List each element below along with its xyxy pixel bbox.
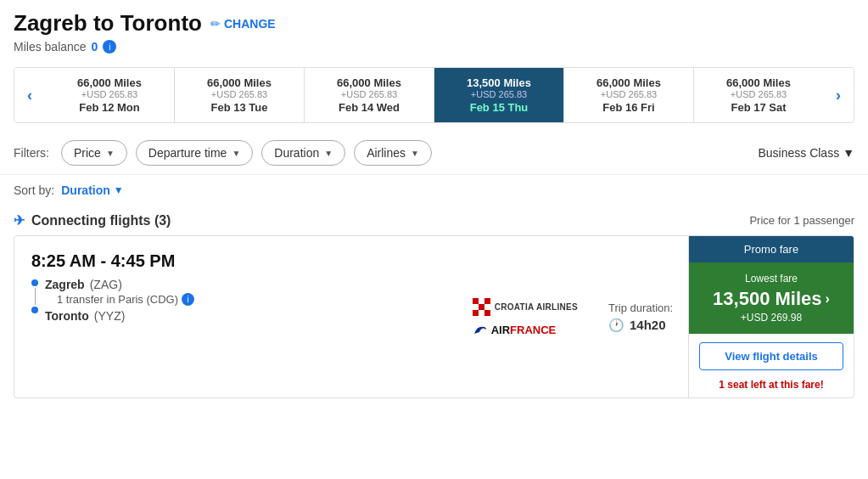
date-miles: 66,000 Miles xyxy=(311,76,427,89)
origin-point: Zagreb (ZAG) xyxy=(45,278,194,291)
date-item-feb17[interactable]: 66,000 Miles +USD 265.83 Feb 17 Sat xyxy=(693,68,823,122)
sort-arrow-icon: ▼ xyxy=(114,184,124,196)
pencil-icon: ✏ xyxy=(210,17,221,31)
date-miles: 13,500 Miles xyxy=(441,76,557,89)
date-usd: +USD 265.83 xyxy=(311,89,427,99)
destination-code: (YYZ) xyxy=(94,309,126,323)
departure-chevron-icon: ▼ xyxy=(232,149,240,158)
svg-rect-0 xyxy=(473,298,479,304)
plane-icon: ✈ xyxy=(14,212,25,228)
date-label: Feb 17 Sat xyxy=(701,101,816,114)
next-date-button[interactable]: › xyxy=(823,68,854,122)
airfrance-logo-icon xyxy=(473,324,488,335)
date-usd: +USD 265.83 xyxy=(182,89,297,99)
miles-amount: 13,500 Miles › xyxy=(703,288,840,310)
croatia-logo-icon xyxy=(473,298,491,317)
usd-value: +USD 269.98 xyxy=(703,312,840,324)
route-title: Zagreb to Toronto ✏ CHANGE xyxy=(14,10,276,37)
dates-container: 66,000 Miles +USD 265.83 Feb 12 Mon 66,0… xyxy=(45,68,823,122)
section-title: ✈ Connecting flights (3) xyxy=(14,212,171,228)
section-title-text: Connecting flights (3) xyxy=(31,213,171,228)
svg-rect-3 xyxy=(473,304,479,310)
trip-duration-label: Trip duration: xyxy=(608,301,675,314)
date-miles: 66,000 Miles xyxy=(701,76,816,89)
sort-value-label: Duration xyxy=(61,183,110,197)
view-flight-details-button[interactable]: View flight details xyxy=(699,342,843,370)
trip-duration-value: 🕐 14h20 xyxy=(608,318,675,333)
miles-value: 13,500 Miles xyxy=(713,288,821,310)
route-dots xyxy=(31,278,38,315)
lowest-fare-section[interactable]: Lowest fare 13,500 Miles › +USD 269.98 xyxy=(689,262,854,334)
class-selector[interactable]: Business Class ▼ xyxy=(758,146,854,160)
flight-times: 8:25 AM - 4:45 PM xyxy=(31,251,439,271)
date-miles: 66,000 Miles xyxy=(182,76,297,89)
date-item-feb15[interactable]: 13,500 Miles +USD 265.83 Feb 15 Thu xyxy=(434,68,563,122)
change-link[interactable]: CHANGE xyxy=(224,17,276,31)
prev-date-button[interactable]: ‹ xyxy=(14,68,45,122)
date-label: Feb 13 Tue xyxy=(182,101,297,114)
airlines-filter-button[interactable]: Airlines ▼ xyxy=(354,140,432,166)
svg-rect-5 xyxy=(484,304,490,310)
date-miles: 66,000 Miles xyxy=(52,76,167,89)
destination-point: Toronto (YYZ) xyxy=(45,309,194,323)
svg-rect-1 xyxy=(479,298,484,304)
svg-rect-2 xyxy=(484,298,490,304)
flight-card: 8:25 AM - 4:45 PM Zagreb (ZAG) 1 transfe… xyxy=(14,235,854,398)
sort-dropdown[interactable]: Duration ▼ xyxy=(61,183,123,197)
transfer-text: 1 transfer in Paris (CDG) xyxy=(57,293,178,306)
airlines-chevron-icon: ▼ xyxy=(411,149,419,158)
chevron-right-icon: › xyxy=(826,291,830,307)
origin-code: (ZAG) xyxy=(90,278,122,291)
trip-duration-section: Trip duration: 🕐 14h20 xyxy=(595,236,688,397)
airline-logos: CROATIA AIRLINES AIRFRANCE xyxy=(456,236,595,397)
miles-balance-value: 0 xyxy=(92,40,98,54)
price-note: Price for 1 passenger xyxy=(749,214,854,227)
price-chevron-icon: ▼ xyxy=(106,149,115,158)
sort-row: Sort by: Duration ▼ xyxy=(0,175,868,206)
filters-label: Filters: xyxy=(14,146,49,160)
price-filter-label: Price xyxy=(74,146,101,160)
date-label: Feb 12 Mon xyxy=(52,101,167,114)
info-icon[interactable]: i xyxy=(103,40,116,54)
origin-city: Zagreb xyxy=(45,278,85,291)
transfer-info: 1 transfer in Paris (CDG) i xyxy=(57,293,194,306)
route-text: Zagreb to Toronto xyxy=(14,10,202,37)
date-usd: +USD 265.83 xyxy=(441,89,557,99)
date-usd: +USD 265.83 xyxy=(701,89,816,99)
svg-rect-7 xyxy=(479,310,484,316)
destination-dot xyxy=(31,307,38,313)
airfrance-logo: AIRFRANCE xyxy=(473,324,578,336)
svg-rect-8 xyxy=(484,310,490,316)
svg-rect-4 xyxy=(479,304,484,310)
transfer-info-icon[interactable]: i xyxy=(182,293,194,306)
departure-time-filter-button[interactable]: Departure time ▼ xyxy=(136,140,254,166)
date-item-feb13[interactable]: 66,000 Miles +USD 265.83 Feb 13 Tue xyxy=(174,68,304,122)
route-line xyxy=(35,288,36,305)
filters-bar: Filters: Price ▼ Departure time ▼ Durati… xyxy=(0,132,868,175)
date-selector: ‹ 66,000 Miles +USD 265.83 Feb 12 Mon 66… xyxy=(14,67,854,123)
date-item-feb14[interactable]: 66,000 Miles +USD 265.83 Feb 14 Wed xyxy=(304,68,434,122)
airfrance-label: AIRFRANCE xyxy=(491,324,557,336)
route-detail: Zagreb (ZAG) 1 transfer in Paris (CDG) i… xyxy=(31,278,439,323)
route-points: Zagreb (ZAG) 1 transfer in Paris (CDG) i… xyxy=(45,278,194,323)
date-item-feb12[interactable]: 66,000 Miles +USD 265.83 Feb 12 Mon xyxy=(45,68,174,122)
promo-header: Promo fare xyxy=(689,236,854,262)
departure-time-filter-label: Departure time xyxy=(148,146,227,160)
croatia-airline-label: CROATIA AIRLINES xyxy=(495,302,578,312)
origin-dot xyxy=(31,279,38,286)
duration-filter-button[interactable]: Duration ▼ xyxy=(261,140,345,166)
trip-duration-time: 14h20 xyxy=(630,318,666,332)
duration-chevron-icon: ▼ xyxy=(324,149,333,158)
airlines-filter-label: Airlines xyxy=(367,146,406,160)
seats-warning: 1 seat left at this fare! xyxy=(689,379,854,397)
destination-city: Toronto xyxy=(45,309,89,323)
miles-balance-label: Miles balance xyxy=(14,40,87,54)
date-miles: 66,000 Miles xyxy=(571,76,686,89)
duration-filter-label: Duration xyxy=(274,146,319,160)
croatia-airlines-logo: CROATIA AIRLINES xyxy=(473,298,578,317)
lowest-fare-label: Lowest fare xyxy=(703,273,840,285)
price-filter-button[interactable]: Price ▼ xyxy=(61,140,127,166)
promo-label: Promo fare xyxy=(744,243,798,256)
date-item-feb16[interactable]: 66,000 Miles +USD 265.83 Feb 16 Fri xyxy=(563,68,693,122)
date-usd: +USD 265.83 xyxy=(571,89,686,99)
